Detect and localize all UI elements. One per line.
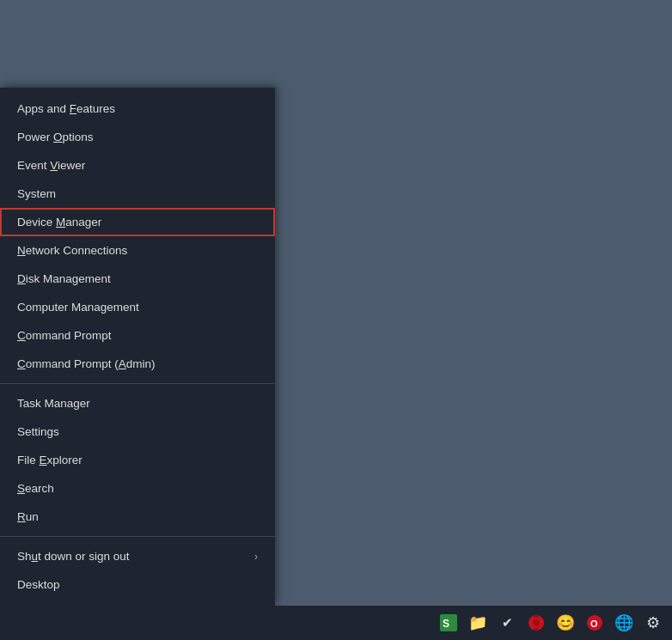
menu-item-command-prompt[interactable]: Command Prompt — [0, 321, 275, 350]
menu-item-apps-features[interactable]: Apps and Features — [0, 94, 275, 123]
menu-item-settings[interactable]: Settings — [0, 418, 275, 446]
menu-item-shut-down[interactable]: Shut down or sign out › — [0, 542, 275, 570]
menu-item-system[interactable]: System — [0, 180, 275, 208]
taskbar-opera-icon[interactable] — [524, 611, 548, 635]
menu-item-network-connections[interactable]: Network Connections — [0, 236, 275, 265]
svg-text:O: O — [590, 619, 598, 629]
divider-1 — [0, 383, 275, 384]
taskbar-circle-icon[interactable]: O — [583, 611, 607, 635]
menu-item-power-options[interactable]: Power Options — [0, 123, 275, 151]
menu-item-file-explorer[interactable]: File Explorer — [0, 446, 275, 474]
menu-item-computer-management[interactable]: Computer Management — [0, 293, 275, 321]
menu-item-command-prompt-admin[interactable]: Command Prompt (Admin) — [0, 350, 275, 378]
taskbar-emoji-icon[interactable]: 😊 — [553, 611, 577, 635]
menu-item-event-viewer[interactable]: Event Viewer — [0, 151, 275, 180]
menu-item-run[interactable]: Run — [0, 503, 275, 531]
menu-item-search[interactable]: Search — [0, 474, 275, 503]
svg-point-3 — [533, 615, 540, 631]
taskbar-check-icon[interactable]: ✔ — [495, 611, 519, 635]
menu-item-task-manager[interactable]: Task Manager — [0, 389, 275, 418]
desktop: Apps and Features Power Options Event Vi… — [0, 0, 672, 640]
taskbar-rss-icon[interactable]: S — [437, 611, 461, 635]
taskbar-gear-icon[interactable]: ⚙ — [641, 611, 665, 635]
taskbar: S 📁 ✔ 😊 O 🌐 ⚙ — [0, 606, 672, 640]
taskbar-browser-icon[interactable]: 🌐 — [612, 611, 636, 635]
divider-2 — [0, 536, 275, 537]
context-menu: Apps and Features Power Options Event Vi… — [0, 88, 275, 606]
menu-item-device-manager[interactable]: Device Manager — [0, 208, 275, 236]
menu-item-desktop[interactable]: Desktop — [0, 570, 275, 599]
svg-text:S: S — [443, 618, 449, 630]
chevron-right-icon: › — [254, 551, 258, 563]
menu-item-disk-management[interactable]: Disk Management — [0, 265, 275, 293]
taskbar-folder-icon[interactable]: 📁 — [466, 611, 490, 635]
